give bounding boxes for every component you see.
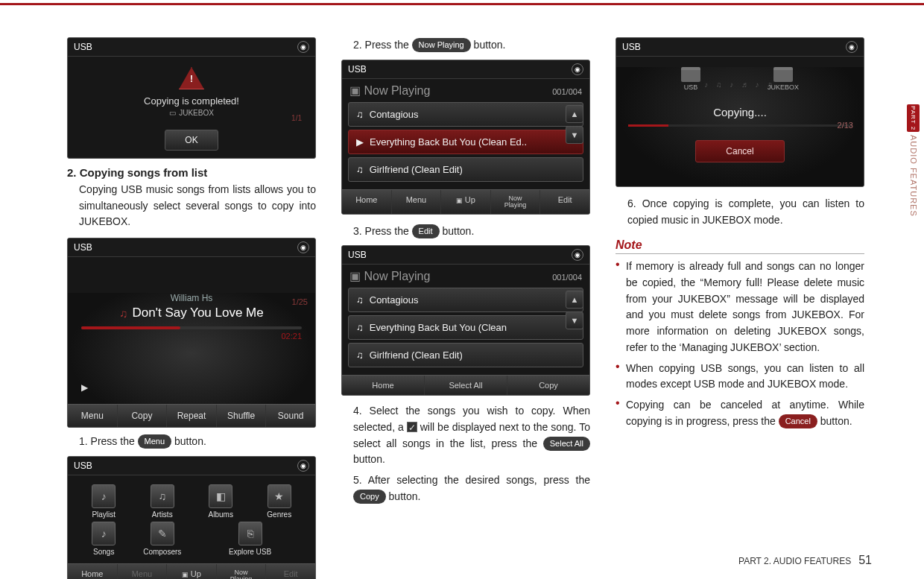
copying-text: Copying.... bbox=[616, 106, 864, 118]
menu-albums[interactable]: ◧Albums bbox=[192, 484, 250, 519]
repeat-button[interactable]: Repeat bbox=[167, 405, 217, 427]
list-heading: Now Playing bbox=[364, 84, 430, 97]
shot-title-text: USB bbox=[74, 42, 92, 52]
accent-bar bbox=[0, 3, 924, 5]
shuffle-button[interactable]: Shuffle bbox=[217, 405, 267, 427]
copy-button[interactable]: Copy bbox=[118, 405, 168, 427]
music-notes-icon: ♪ ♫ ♪ ♬ ♪ ♫ bbox=[616, 80, 864, 89]
menu-artists[interactable]: ♫Artists bbox=[134, 484, 192, 519]
menu-pill: Menu bbox=[138, 434, 172, 449]
shot-title-text: USB bbox=[348, 64, 367, 75]
shot-titlebar: USB ◉ bbox=[68, 238, 315, 257]
shot-titlebar: USB ◉ bbox=[342, 60, 589, 79]
list-count: 001/004 bbox=[552, 87, 582, 96]
step-3: 3. Press the Edit button. bbox=[353, 224, 590, 240]
shot-title-text: USB bbox=[74, 242, 92, 253]
menu-explore-usb[interactable]: ⎘Explore USB bbox=[192, 522, 308, 556]
copy-pill: Copy bbox=[353, 490, 386, 504]
home-button[interactable]: Home bbox=[68, 564, 118, 579]
side-tab: PART 2 AUDIO FEATURES bbox=[907, 104, 920, 217]
menu-button[interactable]: Menu bbox=[392, 190, 442, 214]
edit-button[interactable]: Edit bbox=[540, 190, 589, 214]
menu-genres[interactable]: ★Genres bbox=[251, 484, 308, 519]
copy-complete-msg: Copying is completed! bbox=[75, 95, 308, 107]
column-left: USB ◉ Copying is completed! ▭JUKEBOX 1/1… bbox=[67, 37, 316, 579]
scroll-up-button[interactable]: ▲ bbox=[566, 291, 583, 309]
page-content: USB ◉ Copying is completed! ▭JUKEBOX 1/1… bbox=[67, 37, 864, 579]
footer-text: PART 2. AUDIO FEATURES bbox=[738, 556, 851, 566]
copy-button[interactable]: Copy bbox=[507, 376, 589, 395]
side-tab-part: PART 2 bbox=[907, 104, 920, 132]
list-count: 001/004 bbox=[552, 273, 582, 282]
up-button[interactable]: ▣ Up bbox=[167, 564, 217, 579]
step-4: 4. Select the songs you wish to copy. Wh… bbox=[353, 403, 590, 468]
cancel-pill: Cancel bbox=[779, 414, 817, 428]
sound-button[interactable]: Sound bbox=[266, 405, 315, 427]
menu-composers[interactable]: ✎Composers bbox=[134, 522, 192, 556]
select-all-button[interactable]: Select All bbox=[425, 376, 507, 395]
artist-name: William Hs bbox=[68, 293, 315, 303]
shot-titlebar: USB ◉ bbox=[68, 457, 315, 475]
shot-titlebar: USB ◉ bbox=[616, 38, 864, 57]
copy-complete-sub: JUKEBOX bbox=[179, 109, 214, 117]
shot-title-text: USB bbox=[348, 250, 367, 260]
disc-icon: ◉ bbox=[297, 460, 309, 472]
note-icon: ♫ bbox=[356, 349, 364, 361]
now-playing-tab[interactable]: Now Playing bbox=[217, 564, 267, 579]
section-heading: 2. Copying songs from list bbox=[67, 166, 316, 179]
disc-icon: ◉ bbox=[572, 249, 583, 261]
ok-button[interactable]: OK bbox=[165, 130, 218, 151]
play-icon: ▶ bbox=[356, 136, 364, 148]
elapsed-time: 02:21 bbox=[81, 332, 302, 341]
shot-titlebar: USB ◉ bbox=[68, 38, 315, 57]
list-item[interactable]: ♫Contagious bbox=[348, 102, 583, 127]
list-item[interactable]: ♫Contagious✓ bbox=[348, 288, 583, 312]
screenshot-menu: USB ◉ ♪Playlist ♫Artists ◧Albums ★Genres… bbox=[67, 456, 316, 579]
warning-icon bbox=[179, 67, 204, 89]
list-item-selected[interactable]: ▶Everything Back But You (Clean Ed.. bbox=[348, 130, 583, 154]
now-playing-tab[interactable]: Now Playing bbox=[491, 190, 541, 214]
song-title: Don't Say You Love Me bbox=[133, 306, 264, 320]
note-list: If memory is already full and songs can … bbox=[616, 259, 864, 429]
screenshot-copy-complete: USB ◉ Copying is completed! ▭JUKEBOX 1/1… bbox=[67, 37, 316, 159]
menu-songs[interactable]: ♪Songs bbox=[75, 522, 133, 556]
step-5: 5. After selecting the desired songs, pr… bbox=[353, 472, 590, 504]
section-intro: Copying USB music songs from lists allow… bbox=[79, 182, 316, 230]
copying-count: 2/13 bbox=[838, 121, 853, 130]
disc-icon: ◉ bbox=[846, 41, 858, 53]
list-item[interactable]: ♫Everything Back But You (Clean bbox=[348, 315, 583, 340]
page-number: 51 bbox=[858, 554, 872, 567]
home-button[interactable]: Home bbox=[342, 376, 425, 395]
column-right: USB ◉ ♪ ♫ ♪ ♬ ♪ ♫ USB JUKEBOX Copying...… bbox=[616, 37, 864, 579]
progress-bar[interactable] bbox=[81, 326, 302, 329]
menu-button[interactable]: Menu bbox=[68, 405, 118, 427]
shot-title-text: USB bbox=[74, 461, 92, 471]
disc-icon: ◉ bbox=[297, 41, 309, 53]
edit-pill: Edit bbox=[412, 224, 440, 238]
cancel-button[interactable]: Cancel bbox=[695, 140, 785, 162]
list-item[interactable]: ♫Girlfriend (Clean Edit) bbox=[348, 157, 583, 182]
list-item[interactable]: ♫Girlfriend (Clean Edit) bbox=[348, 343, 583, 367]
note-item: When copying USB songs, you can listen t… bbox=[616, 361, 864, 393]
checkbox-icon bbox=[407, 422, 417, 432]
now-playing-pill: Now Playing bbox=[412, 38, 471, 52]
list-heading: Now Playing bbox=[364, 270, 430, 282]
up-button[interactable]: ▣ Up bbox=[441, 190, 491, 214]
play-icon[interactable]: ▶ bbox=[81, 382, 88, 393]
note-icon: ♫ bbox=[356, 322, 364, 333]
scroll-up-button[interactable]: ▲ bbox=[566, 105, 583, 123]
shot-titlebar: USB ◉ bbox=[342, 246, 589, 265]
side-tab-label: AUDIO FEATURES bbox=[909, 135, 918, 217]
step-1: 1. Press the Menu button. bbox=[79, 434, 316, 450]
note-icon: ♫ bbox=[119, 307, 127, 320]
home-button[interactable]: Home bbox=[342, 190, 392, 214]
note-item: Copying can be canceled at anytime. Whil… bbox=[616, 397, 864, 429]
menu-playlist[interactable]: ♪Playlist bbox=[75, 484, 133, 519]
disc-icon: ◉ bbox=[297, 241, 309, 253]
scroll-down-button[interactable]: ▼ bbox=[566, 126, 583, 144]
note-icon: ♫ bbox=[356, 164, 364, 175]
track-count: 1/25 bbox=[292, 297, 308, 306]
scroll-down-button[interactable]: ▼ bbox=[566, 311, 583, 329]
edit-button-dim: Edit bbox=[266, 564, 315, 579]
screenshot-now-playing: USB ◉ 1/25 William Hs ♫Don't Say You Lov… bbox=[67, 238, 316, 428]
